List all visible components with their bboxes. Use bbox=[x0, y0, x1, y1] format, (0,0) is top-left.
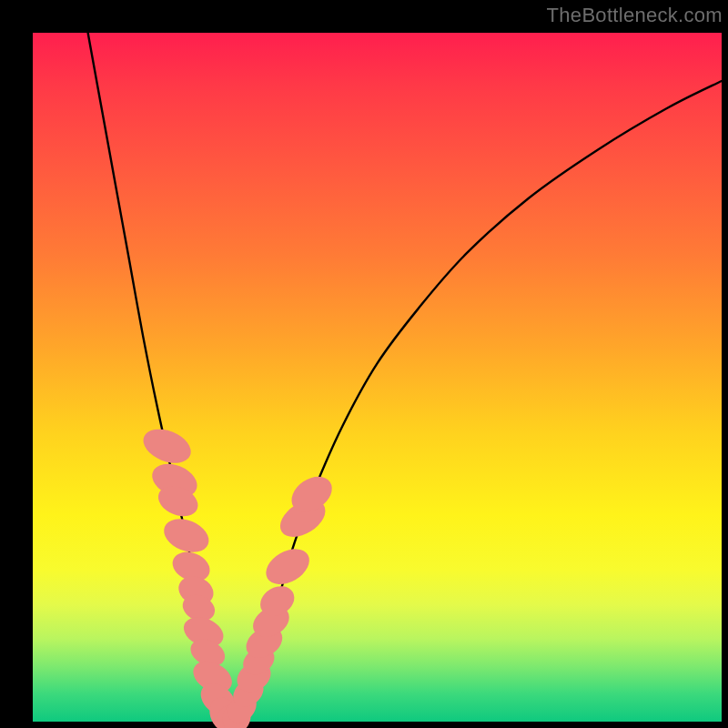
curve-marker bbox=[138, 422, 196, 469]
marker-group bbox=[138, 422, 339, 728]
plot-area bbox=[33, 33, 722, 722]
chart-frame: TheBottleneck.com bbox=[0, 0, 728, 728]
curve-marker bbox=[159, 512, 214, 558]
bottleneck-curve bbox=[88, 33, 722, 722]
curve-marker bbox=[259, 541, 315, 592]
curve-svg bbox=[33, 33, 722, 722]
watermark-text: TheBottleneck.com bbox=[547, 4, 723, 27]
